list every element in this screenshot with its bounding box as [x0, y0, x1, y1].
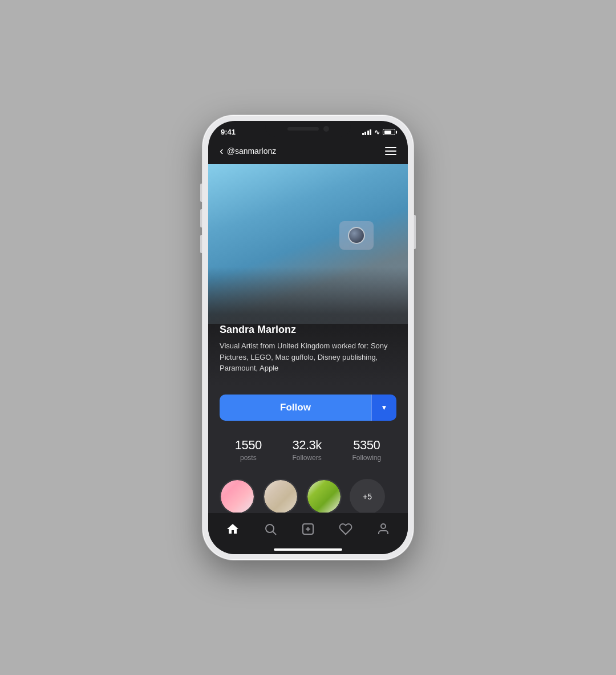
silent-button: [200, 235, 202, 253]
svg-point-11: [381, 524, 386, 528]
following-label: Following: [352, 454, 381, 462]
front-camera: [323, 126, 329, 132]
following-count: 5350: [352, 438, 381, 453]
phone-screen: 9:41 ∿ ‹ @sanmarlonz: [208, 121, 408, 554]
volume-up-button: [200, 184, 202, 202]
followers-label: Followers: [292, 454, 321, 462]
profile-bio: Visual Artist from United Kingdom worked…: [220, 340, 396, 374]
wifi-icon: ∿: [374, 128, 380, 136]
power-button: [414, 215, 416, 249]
stories-row: +5: [220, 473, 396, 513]
posts-label: posts: [235, 454, 262, 462]
svg-line-7: [273, 532, 277, 535]
scroll-content[interactable]: Sandra Marlonz Visual Artist from United…: [208, 164, 408, 513]
followers-count: 32.3k: [292, 438, 321, 453]
notch: [265, 121, 351, 137]
nav-add[interactable]: [297, 520, 319, 540]
menu-line-1: [385, 147, 396, 148]
stat-posts: 1550 posts: [235, 438, 262, 462]
profile-info-overlay: Sandra Marlonz Visual Artist from United…: [208, 267, 408, 385]
nav-search[interactable]: [259, 520, 282, 540]
story-circle-2[interactable]: [263, 479, 298, 513]
chevron-down-icon: ▼: [381, 404, 388, 412]
add-icon: [301, 522, 315, 538]
page-header: ‹ @sanmarlonz: [208, 140, 408, 164]
stat-followers: 32.3k Followers: [292, 438, 321, 462]
nav-likes[interactable]: [334, 520, 357, 540]
phone-frame: 9:41 ∿ ‹ @sanmarlonz: [202, 115, 414, 560]
menu-button[interactable]: [385, 147, 396, 155]
heart-icon: [339, 522, 352, 538]
back-arrow-icon: ‹: [220, 144, 224, 157]
nav-profile[interactable]: [372, 520, 395, 540]
person-icon: [376, 522, 390, 538]
follow-button-row: Follow ▼: [220, 385, 396, 432]
camera-prop: [339, 221, 374, 250]
dark-section: Follow ▼ 1550 posts 32.3k Followers: [208, 385, 408, 513]
stats-row: 1550 posts 32.3k Followers 5350 Followin…: [220, 432, 396, 473]
battery-icon: [383, 129, 395, 135]
signal-icon: [362, 129, 372, 135]
story-circle-1[interactable]: [220, 479, 255, 513]
menu-line-2: [385, 151, 396, 152]
header-username: @sanmarlonz: [227, 147, 277, 156]
stat-following: 5350 Following: [352, 438, 381, 462]
follow-main[interactable]: Follow: [220, 395, 371, 421]
status-time: 9:41: [221, 128, 236, 136]
profile-name: Sandra Marlonz: [220, 324, 396, 336]
follow-button[interactable]: Follow ▼: [220, 395, 396, 421]
back-button[interactable]: ‹ @sanmarlonz: [220, 144, 276, 157]
svg-point-6: [266, 524, 274, 532]
story-circle-3[interactable]: [306, 479, 342, 513]
follow-dropdown-button[interactable]: ▼: [371, 395, 396, 421]
status-icons: ∿: [362, 128, 396, 136]
home-indicator: [274, 548, 342, 551]
volume-down-button: [200, 209, 202, 227]
search-icon: [264, 522, 277, 538]
posts-count: 1550: [235, 438, 262, 453]
nav-home[interactable]: [221, 520, 244, 540]
menu-line-3: [385, 154, 396, 155]
story-more-button[interactable]: +5: [350, 479, 385, 513]
bottom-nav: [208, 513, 408, 545]
home-icon: [226, 522, 240, 538]
speaker: [287, 127, 319, 131]
